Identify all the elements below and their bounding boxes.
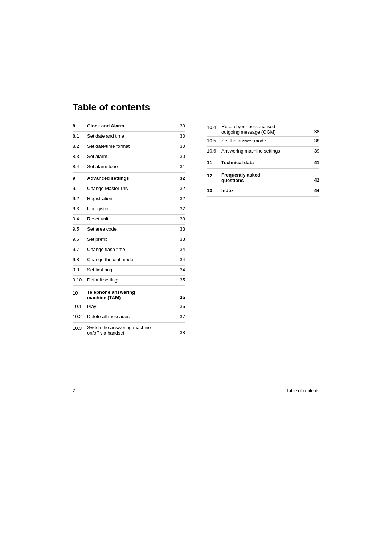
toc-row-10-6: 10.6 Answering machine settings 39	[207, 147, 319, 157]
toc-page-10-3: 38	[174, 325, 185, 335]
toc-row-10-2: 10.2 Delete all messages 37	[73, 312, 185, 323]
toc-label-10-2: Delete all messages	[87, 314, 174, 319]
toc-label-10-3: Switch the answering machineon/off via h…	[87, 325, 174, 336]
toc-page-10-5: 38	[309, 138, 319, 143]
toc-num-9-5: 9.5	[73, 226, 87, 232]
toc-label-10: Telephone answeringmachine (TAM)	[87, 289, 174, 300]
toc-row-9-4: 9.4 Reset unit 33	[73, 215, 185, 225]
toc-page-9-2: 32	[174, 196, 185, 201]
toc-num-9-4: 9.4	[73, 216, 87, 222]
toc-label-10-1: Play	[87, 304, 174, 309]
toc-page-10-4: 38	[309, 124, 319, 134]
toc-num-10-2: 10.2	[73, 314, 87, 319]
toc-label-9: Advanced settings	[87, 175, 174, 181]
toc-row-10-5: 10.5 Set the answer mode 38	[207, 137, 319, 147]
toc-label-12: Frequently askedquestions	[221, 172, 309, 183]
toc-row-9-9: 9.9 Set first ring 34	[73, 266, 185, 276]
toc-label-8: Clock and Alarm	[87, 123, 174, 129]
toc-num-9-6: 9.6	[73, 236, 87, 242]
toc-label-8-2: Set date/time format	[87, 143, 174, 149]
toc-row-8: 8 Clock and Alarm 30	[73, 122, 185, 132]
toc-row-9-8: 9.8 Change the dial mode 34	[73, 255, 185, 266]
toc-row-12: 12 Frequently askedquestions 42	[207, 170, 319, 185]
toc-row-8-1: 8.1 Set date and time 30	[73, 132, 185, 142]
toc-num-10-5: 10.5	[207, 138, 221, 143]
toc-num-10-4: 10.4	[207, 124, 221, 130]
toc-row-9-10: 9.10 Default settings 35	[73, 276, 185, 286]
toc-row-8-4: 8.4 Set alarm tone 31	[73, 162, 185, 173]
toc-page-8: 30	[174, 123, 185, 129]
toc-row-10-1: 10.1 Play 36	[73, 302, 185, 312]
content-area: Table of contents 8 Clock and Alarm 30 8…	[0, 0, 392, 374]
toc-page-11: 41	[309, 160, 319, 165]
toc-num-8-1: 8.1	[73, 133, 87, 139]
toc-label-9-6: Set prefix	[87, 236, 174, 242]
toc-row-8-3: 8.3 Set alarm 30	[73, 152, 185, 162]
toc-page-8-4: 31	[174, 164, 185, 169]
toc-page-9-9: 34	[174, 267, 185, 272]
toc-page-8-3: 30	[174, 154, 185, 159]
toc-row-9-7: 9.7 Change flash time 34	[73, 245, 185, 255]
toc-num-9: 9	[73, 175, 87, 181]
toc-num-9-9: 9.9	[73, 267, 87, 272]
toc-label-8-4: Set alarm tone	[87, 164, 174, 169]
toc-page-9: 32	[174, 175, 185, 181]
toc-right-column: 10.4 Record your personalisedoutgoing me…	[207, 122, 319, 197]
toc-row-9: 9 Advanced settings 32	[73, 174, 185, 184]
toc-num-10: 10	[73, 289, 87, 296]
toc-page-9-5: 33	[174, 226, 185, 232]
toc-columns: 8 Clock and Alarm 30 8.1 Set date and ti…	[73, 122, 319, 337]
toc-page-8-2: 30	[174, 143, 185, 149]
toc-label-9-4: Reset unit	[87, 216, 174, 222]
toc-num-10-6: 10.6	[207, 148, 221, 154]
toc-label-9-9: Set first ring	[87, 267, 174, 272]
toc-num-9-1: 9.1	[73, 186, 87, 191]
toc-num-9-7: 9.7	[73, 247, 87, 252]
toc-label-10-4: Record your personalisedoutgoing message…	[221, 124, 309, 135]
toc-row-9-5: 9.5 Set area code 33	[73, 225, 185, 235]
footer-page-number: 2	[73, 388, 75, 393]
toc-left-column: 8 Clock and Alarm 30 8.1 Set date and ti…	[73, 122, 185, 337]
toc-row-13: 13 Index 44	[207, 186, 319, 197]
toc-label-10-6: Answering machine settings	[221, 148, 309, 154]
toc-row-9-1: 9.1 Change Master PIN 32	[73, 184, 185, 194]
toc-label-11: Technical data	[221, 160, 309, 165]
toc-num-8: 8	[73, 123, 87, 129]
toc-row-8-2: 8.2 Set date/time format 30	[73, 142, 185, 152]
toc-label-9-8: Change the dial mode	[87, 257, 174, 262]
toc-page-10: 36	[174, 289, 185, 300]
toc-label-8-3: Set alarm	[87, 154, 174, 159]
toc-num-10-1: 10.1	[73, 304, 87, 309]
toc-row-10-3: 10.3 Switch the answering machineon/off …	[73, 323, 185, 337]
toc-num-10-3: 10.3	[73, 325, 87, 331]
toc-label-13: Index	[221, 188, 309, 193]
page-title: Table of contents	[73, 102, 319, 113]
toc-page-9-6: 33	[174, 236, 185, 242]
toc-page-10-6: 39	[309, 148, 319, 154]
toc-label-9-2: Registration	[87, 196, 174, 201]
toc-label-9-7: Change flash time	[87, 247, 174, 252]
toc-label-9-1: Change Master PIN	[87, 186, 174, 191]
toc-page-13: 44	[309, 188, 319, 193]
toc-num-9-3: 9.3	[73, 206, 87, 211]
toc-num-9-10: 9.10	[73, 277, 87, 283]
toc-page-12: 42	[309, 172, 319, 183]
toc-page-9-10: 35	[174, 277, 185, 283]
toc-num-8-3: 8.3	[73, 154, 87, 159]
toc-num-8-2: 8.2	[73, 143, 87, 149]
toc-page-9-4: 33	[174, 216, 185, 222]
toc-num-13: 13	[207, 188, 221, 193]
toc-page-9-1: 32	[174, 186, 185, 191]
toc-page-10-1: 36	[174, 304, 185, 309]
toc-page-9-8: 34	[174, 257, 185, 262]
toc-label-9-5: Set area code	[87, 226, 174, 232]
toc-num-9-8: 9.8	[73, 257, 87, 262]
toc-num-9-2: 9.2	[73, 196, 87, 201]
toc-label-9-3: Unregister	[87, 206, 174, 211]
toc-label-9-10: Default settings	[87, 277, 174, 283]
toc-row-11: 11 Technical data 41	[207, 158, 319, 169]
toc-row-9-6: 9.6 Set prefix 33	[73, 235, 185, 245]
footer: 2 Table of contents	[0, 374, 392, 401]
toc-label-10-5: Set the answer mode	[221, 138, 309, 143]
toc-num-12: 12	[207, 172, 221, 178]
